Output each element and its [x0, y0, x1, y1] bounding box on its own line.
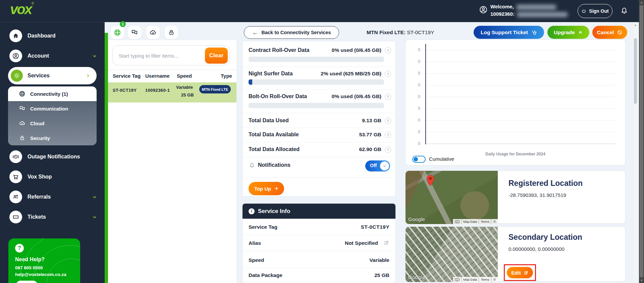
- power-icon: [581, 9, 586, 14]
- help-tooltip-icon[interactable]: ?: [385, 71, 391, 77]
- data-usage-card: Contract Roll-Over Data 0% used (0/6.45 …: [242, 41, 396, 197]
- help-tooltip-icon[interactable]: ?: [385, 118, 391, 124]
- content-scrollbar[interactable]: ▲: [633, 22, 638, 283]
- cloud-filter-button[interactable]: [146, 26, 160, 39]
- log-support-ticket-button[interactable]: Log Support Ticket: [474, 26, 544, 39]
- keyboard-shortcuts-icon[interactable]: [453, 219, 461, 224]
- referrals-people-icon: [9, 191, 22, 203]
- question-mark-icon: ?: [15, 244, 24, 253]
- google-watermark: Google: [408, 216, 425, 222]
- cloud-check-icon: [149, 29, 157, 36]
- scroll-down-arrow[interactable]: ▼: [639, 279, 644, 282]
- map-pin-icon: [426, 175, 434, 186]
- cumulative-toggle[interactable]: [412, 156, 426, 163]
- submenu-item-cloud[interactable]: Cloud: [8, 116, 97, 131]
- sidebar-item-vox-shop[interactable]: Vox Shop: [9, 170, 97, 183]
- help-tooltip-icon[interactable]: ?: [385, 132, 391, 138]
- map-data-link[interactable]: Map Data: [461, 277, 479, 282]
- info-row-label: Service Tag: [249, 224, 277, 230]
- help-email[interactable]: help@voxtelecom.co.za: [15, 272, 66, 277]
- map-data-link[interactable]: Map Data: [461, 219, 479, 224]
- help-chat-button[interactable]: [16, 281, 38, 283]
- map-report-icon[interactable]: [491, 219, 498, 224]
- column-header-username: Username: [145, 73, 170, 79]
- service-type-label: MTN Fixed LTE:: [367, 29, 406, 35]
- divider: [243, 235, 396, 235]
- back-button-label: Back to Connectivity Services: [261, 30, 331, 35]
- sidebar-item-label: Account: [28, 53, 49, 59]
- vox-logo[interactable]: vox®: [10, 1, 34, 17]
- table-header-divider: [108, 70, 236, 70]
- submenu-item-connectivity[interactable]: Connectivity (1): [8, 86, 97, 101]
- secondary-location-card: Google Map Data Terms Secondary Location…: [405, 226, 626, 282]
- terms-link[interactable]: Terms: [479, 277, 491, 282]
- registered-location-map[interactable]: Google Map Data Terms: [406, 171, 498, 224]
- sidebar-item-services[interactable]: Services: [8, 67, 97, 84]
- outage-alert-icon: [9, 150, 22, 163]
- edit-secondary-location-button[interactable]: Edit: [507, 267, 533, 278]
- submenu-item-security[interactable]: Security: [8, 131, 97, 145]
- upgrade-label: Upgrade: [554, 29, 575, 36]
- row-service-tag: ST-0CT19Y: [113, 88, 137, 93]
- divider: [243, 251, 396, 251]
- scroll-up-arrow[interactable]: ▲: [639, 1, 644, 4]
- toggle-knob: [414, 157, 418, 161]
- registered-location-card: Google Map Data Terms Registered Locatio…: [405, 170, 626, 224]
- prohibition-icon: [617, 29, 623, 35]
- vox-logo-text: vox: [10, 1, 31, 17]
- info-row-value: Variable: [370, 257, 389, 263]
- sign-out-button[interactable]: Sign Out: [578, 4, 612, 18]
- page-scrollbar-thumb[interactable]: [640, 5, 643, 277]
- registered-location-coords: -28.7590393, 31.9017519: [508, 192, 566, 198]
- cancel-button[interactable]: Cancel: [592, 26, 627, 39]
- service-info-title: Service Info: [258, 208, 290, 215]
- keyboard-shortcuts-icon[interactable]: [453, 277, 461, 282]
- notifications-bell-icon[interactable]: [620, 6, 629, 15]
- help-tooltip-icon[interactable]: ?: [385, 146, 391, 153]
- map-report-icon[interactable]: [491, 277, 498, 282]
- content-scrollbar-thumb[interactable]: [634, 38, 637, 104]
- welcome-label: Welcome,: [490, 4, 514, 9]
- chat-icon: [19, 105, 25, 112]
- sidebar-item-label: Tickets: [28, 214, 46, 220]
- chart-caption: Daily Usage for December 2024: [406, 152, 625, 156]
- globe-icon: [19, 90, 25, 97]
- page-scrollbar[interactable]: ▲ ▼: [639, 0, 644, 283]
- lock-icon: [19, 135, 25, 141]
- secondary-location-map[interactable]: Google Map Data Terms: [406, 227, 498, 282]
- sidebar-item-tickets[interactable]: Tickets: [9, 211, 97, 223]
- notifications-toggle[interactable]: Off: [365, 160, 390, 171]
- clear-filter-button[interactable]: Clear: [205, 48, 228, 64]
- vox-portal-app: vox® Welcome, 10092360: Sign Out Dashboa…: [0, 0, 644, 283]
- edit-label: Edit: [511, 270, 521, 276]
- page-title: MTN Fixed LTE: ST-0CT19Y: [367, 29, 434, 36]
- sidebar-item-account[interactable]: Account: [9, 50, 97, 62]
- account-icon: [9, 50, 22, 62]
- terms-link[interactable]: Terms: [479, 219, 491, 224]
- sidebar-item-outage-notifications[interactable]: Outage Notifications: [9, 150, 97, 163]
- gridline: [426, 109, 615, 109]
- submenu-item-communication[interactable]: Communication: [8, 101, 97, 116]
- back-button[interactable]: ← Back to Connectivity Services: [244, 26, 339, 39]
- filter-input[interactable]: [119, 48, 203, 63]
- column-header-type: Type: [221, 73, 232, 79]
- communication-filter-button[interactable]: [128, 26, 141, 39]
- divider: [243, 113, 396, 113]
- sidebar-item-referrals[interactable]: Referrals: [9, 191, 97, 203]
- top-up-button[interactable]: Top Up +: [249, 182, 284, 195]
- gridline: [426, 97, 615, 97]
- scroll-up-arrow[interactable]: ▲: [633, 23, 638, 26]
- edit-alias-pencil-icon[interactable]: [383, 240, 389, 246]
- help-tooltip-icon[interactable]: ?: [385, 47, 391, 54]
- divider: [243, 142, 396, 143]
- sidebar-item-label: Services: [28, 73, 50, 79]
- secondary-location-title: Secondary Location: [508, 233, 582, 242]
- total-label: Total Data Used: [249, 118, 289, 124]
- upgrade-button[interactable]: Upgrade: [547, 26, 589, 39]
- help-tooltip-icon[interactable]: ?: [385, 93, 391, 100]
- security-filter-button[interactable]: [165, 26, 178, 39]
- sidebar-item-label: Vox Shop: [28, 174, 52, 180]
- y-tick: 0: [406, 141, 420, 146]
- sidebar-item-dashboard[interactable]: Dashboard: [9, 29, 97, 42]
- connectivity-filter-button[interactable]: [111, 26, 124, 39]
